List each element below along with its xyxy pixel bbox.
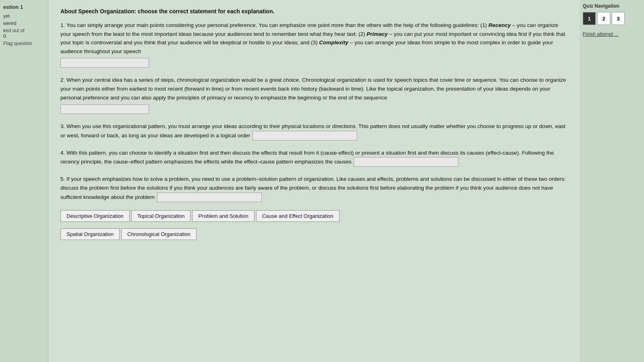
choice-cause-effect[interactable]: Cause and Effect Organization (256, 210, 340, 222)
choice-spatial[interactable]: Spatial Organization (60, 228, 120, 240)
choices-row-1: Descriptive Organization Topical Organiz… (60, 210, 567, 222)
q1-recency: Recency (489, 22, 511, 28)
main-content: About Speech Organization: choose the co… (48, 0, 580, 362)
sidebar-locked: ked out of (3, 28, 45, 33)
q1-complexity: Complexity (319, 39, 348, 46)
nav-btn-2[interactable]: 2 (597, 12, 610, 25)
q1-answer-input[interactable] (60, 58, 149, 68)
q2-answer-input[interactable] (60, 104, 149, 114)
question-5: 5. If your speech emphasizes how to solv… (60, 175, 567, 202)
q2-num: 2. (60, 77, 66, 83)
q2-text: 2. When your central idea has a series o… (60, 76, 567, 102)
q5-body: If your speech emphasizes how to solve a… (60, 176, 566, 200)
q5-text: 5. If your speech emphasizes how to solv… (60, 175, 567, 202)
nav-buttons: 1 2 3 (583, 12, 625, 25)
question-2: 2. When your central idea has a series o… (60, 76, 567, 114)
question-title: About Speech Organization: choose the co… (60, 8, 567, 14)
q3-text: 3. When you use this organizational patt… (60, 122, 567, 141)
question-3: 3. When you use this organizational patt… (60, 122, 567, 141)
q5-answer-input[interactable] (157, 192, 262, 202)
q4-text: 4. With this pattern, you can choose to … (60, 149, 567, 167)
question-1: 1. You can simply arrange your main poin… (60, 21, 567, 68)
nav-btn-3[interactable]: 3 (612, 12, 625, 25)
q3-answer-input[interactable] (253, 131, 357, 141)
nav-btn-1[interactable]: 1 (583, 12, 596, 25)
q1-num: 1. (60, 22, 66, 28)
q4-num: 4. (60, 150, 66, 156)
quiz-nav-title: Quiz Navigation (583, 3, 619, 9)
q4-answer-input[interactable] (354, 157, 458, 167)
q3-num: 3. (60, 123, 66, 129)
choice-topical[interactable]: Topical Organization (131, 210, 191, 222)
choices-row-2: Spatial Organization Chronological Organ… (60, 228, 567, 240)
choice-problem-solution[interactable]: Problem and Solution (192, 210, 254, 222)
choice-descriptive[interactable]: Descriptive Organization (60, 210, 130, 222)
sidebar: estion 1 yet wered ked out of 0 Flag que… (0, 0, 48, 362)
q5-num: 5. (60, 176, 66, 182)
finish-attempt-link[interactable]: Finish attempt ... (583, 31, 619, 37)
sidebar-question-number: estion 1 (3, 4, 45, 10)
sidebar-flag-question[interactable]: Flag question (3, 41, 45, 46)
sidebar-zero: 0 (3, 33, 45, 39)
q1-part1: You can simply arrange your main points … (66, 22, 489, 28)
q4-body: With this pattern, you can choose to ide… (60, 150, 554, 165)
q1-primacy: Primacy (367, 31, 388, 37)
question-4: 4. With this pattern, you can choose to … (60, 149, 567, 167)
sidebar-answered: wered (3, 21, 45, 26)
right-panel: Quiz Navigation 1 2 3 Finish attempt ... (580, 0, 644, 362)
q1-text: 1. You can simply arrange your main poin… (60, 21, 567, 56)
sidebar-yet: yet (3, 13, 45, 19)
q2-body: When your central idea has a series of s… (60, 77, 566, 100)
choice-chronological[interactable]: Chronological Organization (121, 228, 197, 240)
